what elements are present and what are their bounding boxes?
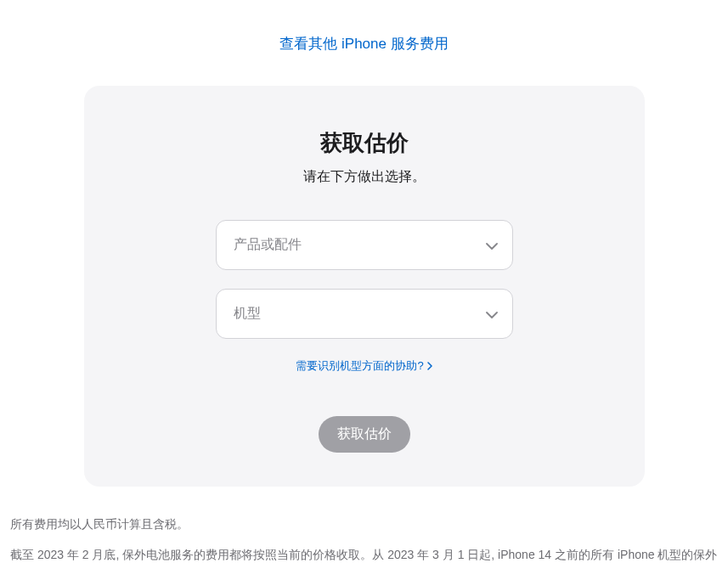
footnote-price-change: 截至 2023 年 2 月底, 保外电池服务的费用都将按照当前的价格收取。从 2… xyxy=(10,541,718,563)
chevron-right-icon xyxy=(427,360,432,373)
identify-model-help-link[interactable]: 需要识别机型方面的协助? xyxy=(296,358,432,374)
help-link-label: 需要识别机型方面的协助? xyxy=(296,358,423,374)
estimate-card: 获取估价 请在下方做出选择。 产品或配件 机型 需要识别机型方面的协助? 获取估… xyxy=(84,86,645,487)
footnote-body: 截至 2023 年 2 月底, 保外电池服务的费用都将按照当前的价格收取。从 2… xyxy=(10,548,717,563)
other-services-link[interactable]: 查看其他 iPhone 服务费用 xyxy=(279,36,448,52)
product-select[interactable]: 产品或配件 xyxy=(216,220,513,270)
footnote-tax: 所有费用均以人民币计算且含税。 xyxy=(10,510,718,538)
footnotes: 所有费用均以人民币计算且含税。 截至 2023 年 2 月底, 保外电池服务的费… xyxy=(0,502,728,563)
card-title: 获取估价 xyxy=(118,128,611,158)
model-select[interactable]: 机型 xyxy=(216,289,513,339)
card-subtitle: 请在下方做出选择。 xyxy=(118,168,611,186)
get-estimate-button[interactable]: 获取估价 xyxy=(319,416,410,453)
